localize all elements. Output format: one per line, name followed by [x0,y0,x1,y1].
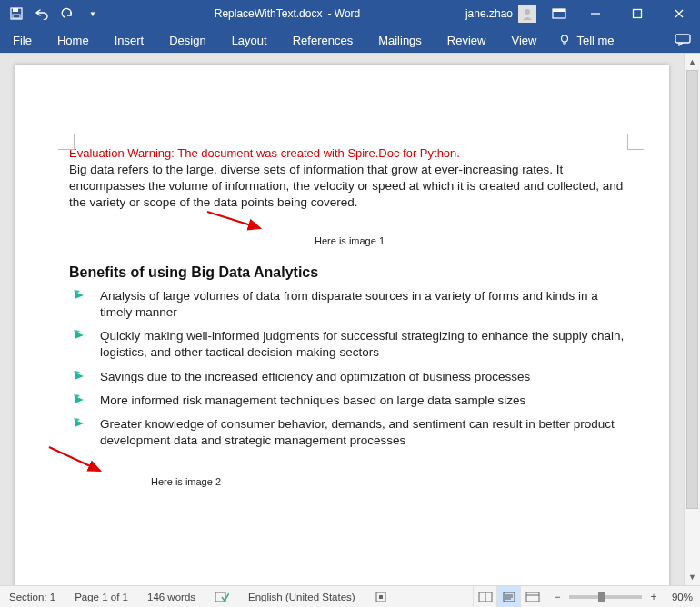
margin-mark-top-left [58,134,75,150]
document-area: Evaluation Warning: The document was cre… [0,54,700,585]
ribbon-tabs: File Home Insert Design Layout Reference… [0,27,700,53]
zoom-slider-thumb[interactable] [598,592,605,602]
list-item: Savings due to the increased efficiency … [95,369,633,385]
status-page[interactable]: Page 1 of 1 [65,586,138,607]
save-button[interactable] [5,3,27,25]
scroll-track[interactable] [685,70,700,569]
list-item: Quickly making well-informed judgments f… [95,328,633,361]
tab-view[interactable]: View [498,27,549,53]
margin-mark-top-right [627,134,644,150]
image-placeholder-2-label: Here is image 2 [151,476,633,487]
tab-design[interactable]: Design [156,27,218,53]
lightbulb-icon [558,34,571,46]
proofing-icon [215,591,229,603]
tab-layout[interactable]: Layout [219,27,280,53]
tell-me-label: Tell me [576,34,614,47]
user-name: jane.zhao [465,7,513,20]
status-word-count[interactable]: 146 words [138,586,205,607]
evaluation-warning-text: Evaluation Warning: The document was cre… [69,146,633,160]
minimize-button[interactable] [575,0,616,27]
redo-button[interactable] [56,3,78,25]
ribbon-display-options-button[interactable] [544,0,575,27]
titlebar-right: jane.zhao [465,0,700,27]
quick-access-toolbar: ▼ [0,3,109,25]
svg-point-3 [525,9,530,15]
zoom-slider[interactable] [569,595,642,599]
view-web-layout[interactable] [520,586,544,608]
close-button[interactable] [658,0,700,27]
zoom-controls: − + 90% [544,591,700,603]
benefits-heading: Benefits of using Big Data Analytics [69,264,633,281]
status-section[interactable]: Section: 1 [0,586,65,607]
list-item: Analysis of large volumes of data from d… [95,288,633,321]
svg-line-14 [207,212,260,228]
svg-rect-25 [526,592,539,602]
qat-customize-button[interactable]: ▼ [82,3,104,25]
list-item: More informed risk management techniques… [95,393,633,409]
tab-mailings[interactable]: Mailings [365,27,435,53]
scroll-down-button[interactable]: ▼ [685,569,700,585]
zoom-in-button[interactable]: + [647,591,660,603]
chevron-down-icon: ▼ [89,10,96,18]
list-item: Greater knowledge of consumer behavior, … [95,416,633,449]
svg-rect-18 [379,595,383,599]
scroll-thumb[interactable] [686,70,698,509]
svg-rect-13 [675,35,690,43]
document-filename: ReplaceWithText.docx [215,7,323,20]
tell-me-search[interactable]: Tell me [549,27,623,53]
app-name-suffix: - Word [327,7,360,20]
status-spellcheck[interactable] [205,586,239,607]
status-bar: Section: 1 Page 1 of 1 146 words English… [0,585,700,607]
page-container[interactable]: Evaluation Warning: The document was cre… [0,54,684,585]
macro-icon [375,591,387,603]
svg-line-15 [49,447,100,471]
zoom-percent[interactable]: 90% [665,592,693,602]
window-title: ReplaceWithText.docx - Word [109,7,465,20]
maximize-button[interactable] [616,0,658,27]
tab-review[interactable]: Review [435,27,499,53]
signed-in-user[interactable]: jane.zhao [465,5,536,23]
tab-references[interactable]: References [280,27,365,53]
view-read-mode[interactable] [473,586,496,608]
page[interactable]: Evaluation Warning: The document was cre… [15,65,669,585]
scroll-up-button[interactable]: ▲ [685,54,700,70]
vertical-scrollbar[interactable]: ▲ ▼ [684,54,700,585]
intro-paragraph: Big data refers to the large, diverse se… [69,162,633,212]
avatar [518,5,536,23]
undo-button[interactable] [31,3,53,25]
svg-rect-1 [13,8,18,12]
svg-rect-2 [13,15,20,18]
annotation-arrow-1 [205,208,269,239]
tab-insert[interactable]: Insert [102,27,157,53]
zoom-out-button[interactable]: − [551,591,564,603]
svg-point-10 [562,35,568,42]
status-macro[interactable] [365,586,397,607]
titlebar: ▼ ReplaceWithText.docx - Word jane.zhao [0,0,700,27]
image-placeholder-1-label: Here is image 1 [315,235,633,246]
benefits-list: Analysis of large volumes of data from d… [69,288,633,450]
tab-home[interactable]: Home [45,27,102,53]
svg-rect-7 [634,10,642,18]
comments-button[interactable] [665,27,700,53]
tab-file[interactable]: File [0,27,45,53]
svg-rect-5 [553,9,565,12]
view-print-layout[interactable] [496,586,520,608]
status-language[interactable]: English (United States) [239,586,365,607]
annotation-arrow-2 [47,443,111,483]
